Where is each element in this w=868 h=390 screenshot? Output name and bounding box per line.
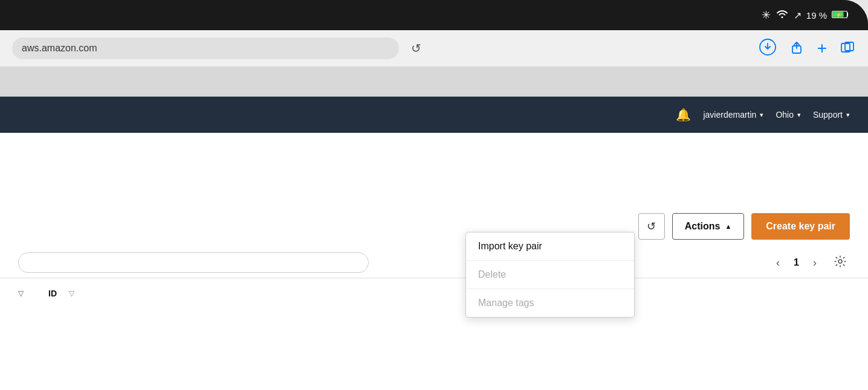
dropdown-item-import[interactable]: Import key pair xyxy=(466,232,634,261)
actions-triangle-icon: ▲ xyxy=(725,223,731,230)
device-frame: ✳ ↗ 19 % ⚡ xyxy=(0,0,868,390)
refresh-icon: ↺ xyxy=(647,220,656,233)
location-icon: ↗ xyxy=(794,10,802,21)
delete-label: Delete xyxy=(478,269,506,280)
current-page: 1 xyxy=(794,257,799,268)
next-page-icon: › xyxy=(813,257,817,269)
user-chevron-icon: ▾ xyxy=(760,111,763,119)
username: javierdemartin xyxy=(703,110,756,120)
table-header: ▽ ID ▽ xyxy=(0,278,868,308)
support-chevron-icon: ▾ xyxy=(846,111,850,119)
refresh-button[interactable]: ↺ xyxy=(638,213,665,240)
spinner-icon: ✳ xyxy=(762,8,771,22)
main-content: ↺ Actions ▲ Create key pair ‹ 1 › xyxy=(0,133,868,390)
col-id-header[interactable]: ID xyxy=(48,289,57,298)
download-icon[interactable] xyxy=(759,39,776,58)
browser-tabs-strip xyxy=(0,66,868,97)
dropdown-item-delete: Delete xyxy=(466,261,634,289)
dropdown-item-manage-tags: Manage tags xyxy=(466,289,634,317)
create-key-pair-button[interactable]: Create key pair xyxy=(751,213,850,240)
url-bar[interactable]: aws.amazon.com xyxy=(12,37,399,59)
url-text: aws.amazon.com xyxy=(22,43,97,54)
nav-support-menu[interactable]: Support ▾ xyxy=(813,110,850,120)
add-tab-icon[interactable]: + xyxy=(817,40,827,57)
support-label: Support xyxy=(813,110,843,120)
status-bar: ✳ ↗ 19 % ⚡ xyxy=(0,0,868,30)
actions-label: Actions xyxy=(685,221,721,232)
nav-user-menu[interactable]: javierdemartin ▾ xyxy=(703,110,763,120)
svg-point-7 xyxy=(838,260,842,263)
content-toolbar: ↺ Actions ▲ Create key pair xyxy=(0,205,868,248)
prev-page-icon: ‹ xyxy=(776,257,780,269)
table-settings-button[interactable] xyxy=(831,253,850,272)
reload-icon-browser[interactable]: ↺ xyxy=(411,41,421,56)
col-id-sort-icon: ▽ xyxy=(69,289,74,298)
tabs-icon[interactable] xyxy=(839,39,856,58)
nav-region-menu[interactable]: Ohio ▾ xyxy=(776,110,801,120)
battery-icon: ⚡ xyxy=(832,10,850,21)
filter-input[interactable] xyxy=(18,252,369,273)
manage-tags-label: Manage tags xyxy=(478,298,534,308)
table-col-checkbox[interactable]: ▽ xyxy=(18,289,36,298)
region-chevron-icon: ▾ xyxy=(797,111,801,119)
svg-text:⚡: ⚡ xyxy=(835,11,843,19)
browser-url-bar-row: aws.amazon.com ↺ + xyxy=(0,30,868,66)
next-page-button[interactable]: › xyxy=(805,253,824,272)
actions-button[interactable]: Actions ▲ xyxy=(672,213,745,240)
filter-row xyxy=(0,248,868,278)
browser-action-icons: + xyxy=(759,39,856,58)
settings-icon xyxy=(834,257,847,270)
col-checkbox-triangle-icon: ▽ xyxy=(18,289,24,298)
actions-dropdown-menu: Import key pair Delete Manage tags xyxy=(465,232,635,318)
create-key-label: Create key pair xyxy=(766,221,835,231)
import-key-pair-label: Import key pair xyxy=(478,241,542,251)
wifi-icon xyxy=(776,9,789,22)
pagination-area: ‹ 1 › xyxy=(768,248,850,278)
bell-icon[interactable]: 🔔 xyxy=(676,107,691,122)
battery-percent: 19 % xyxy=(806,10,827,21)
status-icons: ✳ ↗ 19 % ⚡ xyxy=(762,8,850,22)
aws-navbar: 🔔 javierdemartin ▾ Ohio ▾ Support ▾ xyxy=(0,97,868,133)
share-icon[interactable] xyxy=(788,39,805,58)
prev-page-button[interactable]: ‹ xyxy=(768,253,788,272)
region-label: Ohio xyxy=(776,110,794,120)
